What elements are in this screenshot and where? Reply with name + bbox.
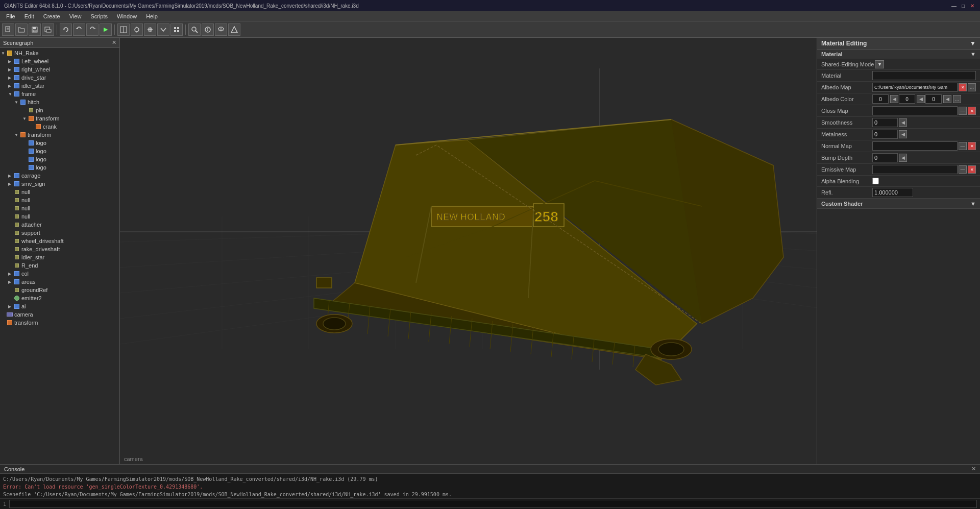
tree-node-emitter2[interactable]: ▶ emitter2 [0, 294, 119, 302]
bump-depth-adjust[interactable]: ◀ [899, 154, 907, 162]
expand-areas[interactable]: ▶ [8, 280, 12, 284]
toolbar-save[interactable] [29, 23, 41, 36]
albedo-r-input[interactable] [872, 94, 889, 104]
expand-frame[interactable]: ▼ [8, 92, 12, 96]
tree-node-null2[interactable]: ▶ null [0, 196, 119, 204]
console-input[interactable] [9, 500, 977, 508]
normal-map-input[interactable] [872, 141, 958, 151]
expand-hitch[interactable]: ▼ [14, 100, 18, 105]
tree-node-smv-sign[interactable]: ▶ smv_sign [0, 180, 119, 188]
gloss-map-dash[interactable]: — [959, 107, 967, 115]
tree-node-idler-star2[interactable]: ▶ idler_star [0, 253, 119, 261]
bump-depth-input[interactable] [872, 153, 898, 162]
tree-node-transform1[interactable]: ▼ transform [0, 114, 119, 123]
toolbar-btn4[interactable] [157, 23, 169, 36]
normal-map-x[interactable]: ✕ [968, 142, 976, 150]
tree-node-left-wheel[interactable]: ▶ Left_wheel [0, 57, 119, 65]
expand-carrage[interactable]: ▶ [8, 174, 12, 178]
expand-left-wheel[interactable]: ▶ [8, 59, 12, 64]
toolbar-btn5[interactable] [170, 23, 183, 36]
tree-node-transform2[interactable]: ▼ transform [0, 131, 119, 139]
emissive-map-input[interactable] [872, 165, 958, 174]
menu-view[interactable]: View [65, 12, 86, 20]
toolbar-open[interactable] [15, 23, 28, 36]
tree-node-groundref[interactable]: ▶ groundRef [0, 286, 119, 294]
expand-nh-rake[interactable]: ▼ [1, 51, 5, 56]
scenegraph-close-button[interactable]: ✕ [112, 39, 116, 46]
tree-node-pin[interactable]: ▶ pin [0, 106, 119, 114]
tree-node-transform3[interactable]: ▶ transform [0, 319, 119, 327]
albedo-b-input[interactable] [925, 94, 942, 104]
menu-file[interactable]: File [2, 12, 19, 20]
tree-node-support[interactable]: ▶ support [0, 229, 119, 237]
menu-edit[interactable]: Edit [20, 12, 38, 20]
metalness-input[interactable] [872, 130, 898, 139]
tree-node-logo3[interactable]: ▶ logo [0, 155, 119, 163]
menu-scripts[interactable]: Scripts [86, 12, 112, 20]
close-button[interactable]: ✕ [969, 2, 976, 9]
gloss-map-x[interactable]: ✕ [968, 107, 976, 115]
albedo-map-pick[interactable]: … [968, 83, 976, 91]
expand-smv-sign[interactable]: ▶ [8, 182, 12, 186]
expand-transform2[interactable]: ▼ [14, 133, 18, 137]
albedo-map-clear[interactable]: ✕ [959, 83, 967, 91]
tree-node-areas[interactable]: ▶ areas [0, 278, 119, 286]
albedo-color-picker[interactable]: … [953, 95, 961, 103]
tree-node-crank[interactable]: ▶ crank [0, 123, 119, 131]
material-input[interactable] [872, 71, 976, 80]
material-editing-collapse[interactable]: ▼ [970, 40, 976, 47]
toolbar-btn7[interactable] [202, 23, 214, 36]
tree-node-logo4[interactable]: ▶ logo [0, 163, 119, 172]
smoothness-input[interactable] [872, 118, 898, 127]
gloss-map-input[interactable] [872, 106, 958, 115]
tree-node-wheel-driveshaft[interactable]: ▶ wheel_driveshaft [0, 237, 119, 245]
tree-node-null1[interactable]: ▶ null [0, 188, 119, 196]
menu-help[interactable]: Help [142, 12, 162, 20]
albedo-g-picker[interactable]: ◀ [917, 95, 925, 103]
tree-node-ai[interactable]: ▶ ai [0, 302, 119, 310]
smoothness-adjust[interactable]: ◀ [899, 118, 907, 127]
toolbar-undo[interactable] [73, 23, 85, 36]
tree-node-null4[interactable]: ▶ null [0, 212, 119, 221]
toolbar-new[interactable] [2, 23, 14, 36]
console-close-button[interactable]: ✕ [971, 466, 976, 472]
tree-node-frame[interactable]: ▼ frame [0, 90, 119, 98]
metalness-adjust[interactable]: ◀ [899, 130, 907, 138]
tree-node-logo2[interactable]: ▶ logo [0, 147, 119, 155]
toolbar-play[interactable]: ▶ [100, 23, 112, 36]
emissive-map-x[interactable]: ✕ [968, 165, 976, 174]
expand-col[interactable]: ▶ [8, 272, 12, 276]
toolbar-refresh[interactable] [60, 23, 72, 36]
toolbar-btn3[interactable] [144, 23, 156, 36]
tree-node-null3[interactable]: ▶ null [0, 204, 119, 212]
albedo-b-picker[interactable]: ◀ [943, 95, 951, 103]
tree-node-camera[interactable]: ▶ camera [0, 310, 119, 319]
tree-node-attacher[interactable]: ▶ attacher [0, 221, 119, 229]
shared-editing-dropdown[interactable]: ▼ [875, 60, 884, 68]
normal-map-dash[interactable]: — [959, 142, 967, 150]
tree-node-carrage[interactable]: ▶ carrage [0, 172, 119, 180]
menu-window[interactable]: Window [113, 12, 141, 20]
custom-shader-header[interactable]: Custom Shader ▼ [817, 199, 980, 208]
toolbar-saveas[interactable] [42, 23, 54, 36]
tree-node-logo1[interactable]: ▶ logo [0, 139, 119, 147]
expand-ai[interactable]: ▶ [8, 304, 12, 309]
viewport[interactable]: NEW HOLLAND 258 camera [120, 38, 817, 464]
menu-create[interactable]: Create [39, 12, 64, 20]
expand-idler-star[interactable]: ▶ [8, 84, 12, 88]
toolbar-btn6[interactable] [188, 23, 201, 36]
tree-node-hitch[interactable]: ▼ hitch [0, 98, 119, 106]
minimize-button[interactable]: — [950, 2, 958, 9]
toolbar-btn8[interactable] [228, 23, 240, 36]
tree-node-right-wheel[interactable]: ▶ right_wheel [0, 65, 119, 74]
albedo-g-input[interactable] [899, 94, 915, 104]
albedo-r-picker[interactable]: ◀ [890, 95, 898, 103]
toolbar-btn1[interactable] [117, 23, 130, 36]
refl-input[interactable] [872, 188, 913, 197]
alpha-blending-checkbox[interactable] [872, 178, 879, 184]
toolbar-redo[interactable] [86, 23, 99, 36]
tree-node-col[interactable]: ▶ col [0, 270, 119, 278]
tree-node-idler-star[interactable]: ▶ idler_star [0, 82, 119, 90]
toolbar-settings[interactable] [215, 23, 227, 36]
tree-node-drive-star[interactable]: ▶ drive_star [0, 74, 119, 82]
